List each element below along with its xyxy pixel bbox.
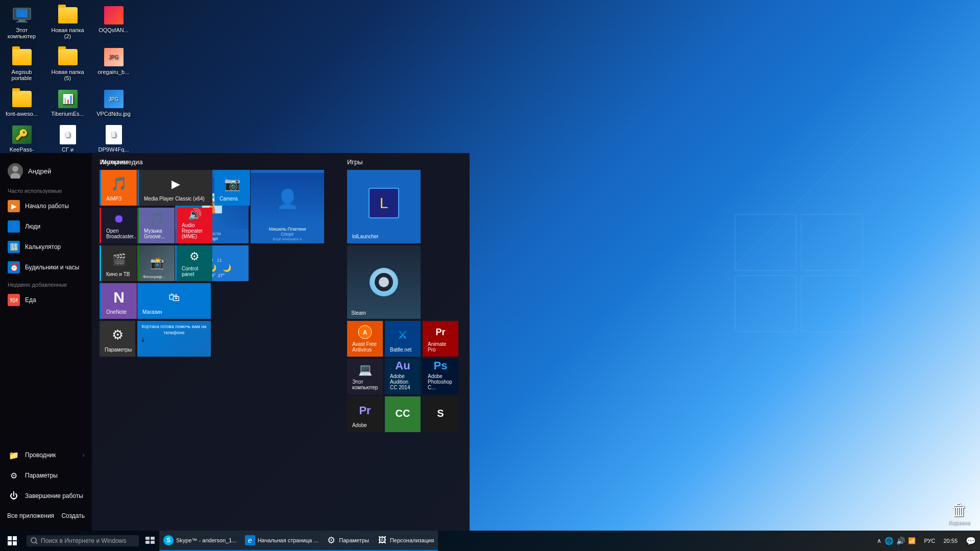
battery-icon: 📶: [908, 537, 916, 544]
power-icon: ⏻: [8, 490, 20, 502]
skype-taskbar-icon: S: [163, 535, 174, 545]
task-view-icon: [145, 535, 155, 545]
start-item-calculator[interactable]: 🔢 Калькулятор: [0, 237, 92, 257]
taskbar-item-personalization[interactable]: 🖼 Персонализация: [373, 531, 438, 551]
taskbar-task-view[interactable]: [141, 531, 159, 551]
tile-control-panel[interactable]: ⚙ Control panel: [177, 245, 212, 281]
tile-ccleaner[interactable]: CC: [385, 396, 421, 432]
tile-kino[interactable]: 🎬 Кино и ТВ: [101, 245, 137, 281]
start-menu-bottom: 📁 Проводник › ⚙ Параметры ⏻ Завершение р…: [0, 445, 92, 525]
start-item-start-work[interactable]: ▶ Начало работы: [0, 196, 92, 216]
tile-michel[interactable]: 👤 Мишель Платини Спорт Ещё впишись в: [251, 170, 324, 243]
start-item-people[interactable]: 👤 Люди: [0, 216, 92, 237]
start-item-label: Калькулятор: [25, 243, 61, 251]
tile-avast[interactable]: A Avast Free Antivirus: [347, 321, 383, 357]
tile-media-player[interactable]: ▶ Media Player Classic (x64): [139, 170, 212, 206]
svg-point-26: [31, 538, 36, 543]
start-item-label: Завершение работы: [25, 492, 83, 499]
tile-onenote[interactable]: N OneNote: [101, 283, 137, 319]
desktop-icon-label: Aegisub portable: [12, 69, 32, 81]
svg-rect-13: [16, 21, 28, 22]
taskbar-clock[interactable]: 20:55: [939, 538, 962, 544]
taskbar-item-label: Skype™ - anderson_1...: [176, 537, 237, 543]
desktop-icon-oqqsfan[interactable]: OQQsfAN...: [94, 3, 133, 42]
tile-sketchbook[interactable]: S: [423, 396, 458, 432]
taskbar-tray: РУС: [920, 538, 939, 544]
tile-lollauncher[interactable]: L lolLauncher: [347, 170, 421, 243]
tile-photoshop[interactable]: Ps Adobe Photoshop C...: [423, 359, 458, 394]
create-btn[interactable]: Создать: [59, 510, 87, 521]
desktop-icon-label: oregairu_b...: [98, 69, 130, 75]
tile-photos[interactable]: 📸 Фотограф...: [139, 245, 175, 281]
svg-rect-8: [735, 276, 796, 332]
tile-audio-repeater[interactable]: 🔊 Audio Repeater (MME): [177, 208, 212, 243]
desktop-icon-vpcdndu[interactable]: JPG VPCdNdu.jpg: [94, 86, 133, 119]
taskbar-item-settings[interactable]: ⚙ Параметры: [322, 531, 373, 551]
tile-battlenet[interactable]: ⚔ Battle.net: [385, 321, 421, 357]
start-user[interactable]: Андрей: [0, 158, 92, 184]
explorer-icon: 📁: [8, 449, 20, 461]
taskbar-search[interactable]: Поиск в Интернете и Windows: [27, 535, 139, 546]
action-center-button[interactable]: 💬: [962, 536, 980, 546]
recycle-bin-label: Корзина: [948, 519, 970, 525]
tile-aimp3[interactable]: 🎵 AIMP3: [101, 170, 137, 206]
taskbar-item-edge[interactable]: e Начальная страница ...: [241, 531, 323, 551]
all-apps-btn[interactable]: Все приложения: [5, 510, 56, 521]
tile-parameters[interactable]: ⚙ Параметры: [100, 321, 135, 357]
hidden-icons-arrow[interactable]: ∧: [877, 537, 881, 544]
start-button[interactable]: [0, 531, 24, 551]
start-footer: Все приложения Создать: [0, 506, 92, 525]
expand-arrow: ›: [83, 453, 84, 458]
svg-rect-25: [13, 541, 17, 545]
people-icon: 👤: [8, 220, 20, 233]
taskbar-item-label: Параметры: [339, 537, 369, 543]
tile-steam[interactable]: Steam: [347, 245, 421, 319]
desktop-icon-label: TiberiumEs...: [51, 111, 84, 117]
tile-music-groove[interactable]: 🎵 Музыка Groove...: [139, 208, 175, 243]
tile-obs[interactable]: ⏺ Open Broadcaster...: [101, 208, 137, 243]
start-work-icon: ▶: [8, 200, 20, 212]
start-item-explorer[interactable]: 📁 Проводник ›: [0, 445, 92, 465]
desktop-icon-this-pc[interactable]: Этот компьютер: [3, 3, 41, 42]
language-indicator[interactable]: РУС: [924, 538, 935, 544]
desktop-icon-tiberium[interactable]: 📊 TiberiumEs...: [48, 86, 87, 119]
taskbar-item-skype[interactable]: S Skype™ - anderson_1...: [159, 531, 241, 551]
section-title-multimedia: Мультимедиа: [101, 158, 250, 166]
desktop-icon-new-folder-5[interactable]: Новая папка (5): [48, 44, 87, 84]
svg-rect-29: [151, 537, 155, 540]
desktop-icon-label: VPCdNdu.jpg: [96, 111, 131, 117]
desktop-icon-aegisub[interactable]: Aegisub portable: [3, 44, 41, 84]
start-item-food[interactable]: 🍽 Еда: [0, 290, 92, 310]
start-item-alarms[interactable]: ⏰ Будильники и часы: [0, 257, 92, 278]
recycle-bin[interactable]: 🗑 Корзина: [948, 500, 970, 525]
svg-rect-31: [151, 541, 155, 544]
start-item-settings[interactable]: ⚙ Параметры: [0, 465, 92, 486]
svg-line-27: [36, 542, 37, 544]
desktop-icon-label: Новая папка (5): [51, 69, 84, 81]
desktop-icon-font-awesome[interactable]: font-aweso...: [3, 86, 41, 119]
user-name: Андрей: [28, 167, 51, 175]
svg-rect-7: [801, 214, 863, 270]
tile-cortana[interactable]: Кортана готова помочь вам на телефоне 📱: [137, 321, 211, 357]
food-icon: 🍽: [8, 294, 20, 306]
svg-point-19: [379, 277, 389, 287]
start-item-label: Начало работы: [25, 203, 69, 210]
desktop-icons: Этот компьютер Новая папка (2) OQQsfAN..…: [3, 3, 138, 161]
start-menu-tiles: Интернет 🦊 Mozilla Firefox Я Yandex: [92, 153, 470, 531]
start-item-power[interactable]: ⏻ Завершение работы: [0, 486, 92, 506]
volume-icon[interactable]: 🔊: [896, 537, 905, 545]
tile-this-pc[interactable]: 💻 Этот компьютер: [347, 359, 383, 394]
tile-camera[interactable]: 📷 Camera: [214, 170, 250, 206]
svg-rect-23: [13, 536, 17, 540]
desktop-icon-oregairu[interactable]: JPG oregairu_b...: [94, 44, 133, 84]
tile-section-games: Игры L lolLauncher: [347, 158, 464, 432]
desktop-icon-label: Новая папка (2): [51, 27, 84, 39]
network-icon[interactable]: 🌐: [885, 537, 893, 545]
desktop-icon-label: Этот компьютер: [8, 27, 36, 39]
start-item-label: Еда: [25, 296, 36, 304]
tile-animate-pro[interactable]: Pr Animate Pro: [423, 321, 458, 357]
tile-premiere[interactable]: Pr Adobe: [347, 396, 383, 432]
desktop-icon-new-folder-2[interactable]: Новая папка (2): [48, 3, 87, 42]
search-placeholder: Поиск в Интернете и Windows: [41, 537, 126, 544]
tile-adobe-audition[interactable]: Au Adobe Audition CC 2014: [385, 359, 421, 394]
